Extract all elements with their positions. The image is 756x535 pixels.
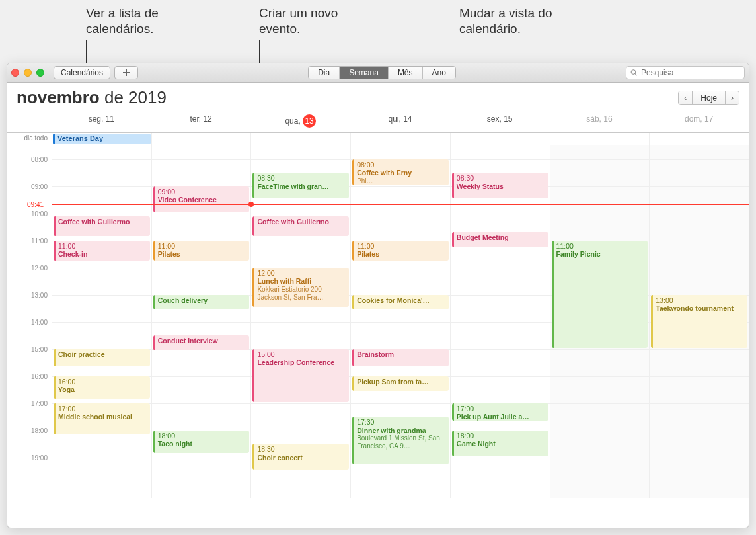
hour-label: 18:00 — [31, 427, 48, 434]
allday-cell[interactable]: Veterans Day — [52, 133, 151, 145]
zoom-icon[interactable] — [36, 69, 44, 77]
now-dot — [248, 202, 254, 207]
event[interactable]: 13:00Taekwondo tournament — [651, 295, 747, 348]
event[interactable]: 12:00Lunch with RaffiKokkari Estiatorio … — [252, 268, 349, 308]
day-header: sex, 15 — [450, 108, 550, 132]
allday-label: dia todo — [7, 133, 52, 145]
event[interactable]: 08:30FaceTime with gran… — [252, 173, 349, 198]
day-column[interactable]: 11:00Family Picnic — [550, 145, 650, 498]
day-header: seg, 11 — [52, 108, 151, 132]
hour-label: 14:00 — [31, 318, 48, 325]
day-column[interactable]: 08:30Weekly StatusBudget Meeting17:00Pic… — [450, 145, 550, 498]
plus-icon — [122, 69, 130, 77]
next-week-button[interactable]: › — [726, 91, 739, 104]
day-header: dom, 17 — [649, 108, 749, 132]
hour-label: 17:00 — [31, 399, 48, 407]
today-button[interactable]: Hoje — [693, 91, 726, 104]
event[interactable]: Pickup Sam from ta… — [352, 376, 449, 391]
day-header: qui, 14 — [350, 108, 450, 132]
event[interactable]: Couch delivery — [153, 295, 250, 310]
event[interactable]: 18:30Choir concert — [252, 444, 349, 470]
event[interactable]: Brainstorm — [352, 349, 449, 367]
day-column[interactable]: Coffee with Guillermo11:00Check-inChoir … — [52, 145, 151, 498]
event[interactable]: Budget Meeting — [452, 232, 548, 247]
callout-view: Mudar a vista do calendário. — [459, 5, 552, 37]
hour-label: 12:00 — [31, 264, 48, 271]
close-icon[interactable] — [11, 69, 19, 77]
event[interactable]: Coffee with Guillermo — [252, 216, 349, 237]
day-column[interactable]: 08:00Coffee with ErnyPhi…11:00PilatesCoo… — [350, 145, 450, 498]
now-label: 09:41 — [7, 201, 44, 208]
event[interactable]: 18:00Game Night — [452, 431, 548, 456]
hour-label: 13:00 — [31, 291, 48, 298]
view-mês[interactable]: Mês — [389, 67, 423, 79]
search-field[interactable] — [626, 66, 745, 79]
search-input[interactable] — [641, 68, 740, 77]
hour-label: 11:00 — [31, 237, 48, 244]
allday-cell[interactable] — [250, 133, 350, 145]
search-icon — [630, 69, 638, 77]
view-semana[interactable]: Semana — [340, 67, 389, 79]
minimize-icon[interactable] — [24, 69, 32, 77]
allday-cell[interactable] — [450, 133, 550, 145]
day-headers: seg, 11ter, 12qua, 13qui, 14sex, 15sáb, … — [7, 108, 749, 133]
event[interactable]: Coffee with Guillermo — [54, 216, 150, 237]
event[interactable]: 16:00Yoga — [54, 376, 150, 399]
event[interactable]: 17:00Pick up Aunt Julie a… — [452, 403, 548, 421]
hour-label: 10:00 — [31, 210, 48, 217]
week-grid[interactable]: 08:0009:0010:0011:0012:0013:0014:0015:00… — [7, 145, 749, 528]
event[interactable]: Cookies for Monica'… — [352, 295, 449, 310]
day-column[interactable]: 08:30FaceTime with gran…Coffee with Guil… — [250, 145, 350, 498]
calendars-button[interactable]: Calendários — [54, 66, 110, 79]
allday-row: dia todo Veterans Day — [7, 133, 749, 145]
hour-label: 15:00 — [31, 345, 48, 352]
hour-label: 19:00 — [31, 454, 48, 461]
callout-create: Criar um novo evento. — [259, 5, 338, 37]
toolbar: Calendários DiaSemanaMêsAno — [7, 63, 749, 83]
day-header: ter, 12 — [151, 108, 251, 132]
nav-buttons: ‹ Hoje › — [678, 91, 739, 105]
hour-label: 08:00 — [31, 155, 48, 163]
event[interactable]: 09:00Video Conference — [153, 186, 250, 212]
allday-cell[interactable] — [550, 133, 650, 145]
prev-week-button[interactable]: ‹ — [679, 91, 693, 104]
callout-calendars: Ver a lista de calendários. — [86, 5, 159, 37]
view-switcher: DiaSemanaMêsAno — [308, 66, 456, 79]
allday-cell[interactable] — [350, 133, 450, 145]
event[interactable]: 17:30Dinner with grandmaBoulevard 1 Miss… — [352, 417, 449, 464]
now-indicator — [52, 204, 749, 205]
allday-event[interactable]: Veterans Day — [53, 134, 151, 144]
calendar-window: Calendários DiaSemanaMêsAno novembro de … — [7, 63, 749, 528]
event[interactable]: 11:00Family Picnic — [552, 241, 648, 348]
hour-label: 16:00 — [31, 372, 48, 380]
event[interactable]: 17:00Middle school musical — [54, 403, 150, 434]
day-column[interactable]: 09:00Video Conference11:00PilatesCouch d… — [151, 145, 251, 498]
page-title: novembro de 2019 — [17, 87, 167, 108]
event[interactable]: Choir practice — [54, 349, 150, 367]
event[interactable]: 08:30Weekly Status — [452, 173, 548, 198]
add-event-button[interactable] — [114, 66, 138, 79]
window-controls — [11, 69, 44, 77]
allday-cell[interactable] — [151, 133, 251, 145]
hour-label: 09:00 — [31, 183, 48, 190]
header: novembro de 2019 ‹ Hoje › — [7, 83, 749, 108]
day-column[interactable]: 13:00Taekwondo tournament — [649, 145, 749, 498]
allday-cell[interactable] — [649, 133, 749, 145]
event[interactable]: 18:00Taco night — [153, 431, 250, 454]
event[interactable]: 08:00Coffee with ErnyPhi… — [352, 159, 449, 185]
event[interactable]: 11:00Check-in — [54, 241, 150, 261]
event[interactable]: 11:00Pilates — [153, 241, 250, 261]
view-dia[interactable]: Dia — [309, 67, 340, 79]
day-header: qua, 13 — [250, 108, 350, 132]
event[interactable]: 15:00Leadership Conference — [252, 349, 349, 402]
view-ano[interactable]: Ano — [423, 67, 455, 79]
day-header: sáb, 16 — [550, 108, 650, 132]
event[interactable]: Conduct interview — [153, 335, 250, 350]
event[interactable]: 11:00Pilates — [352, 241, 449, 261]
